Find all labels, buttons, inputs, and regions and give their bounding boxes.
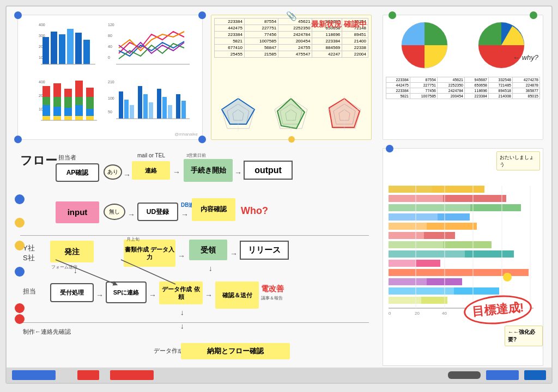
svg-rect-35 [86,88,94,97]
note-top-right: おたいしましょう [496,151,540,170]
svg-rect-97 [389,287,454,295]
jushuu-sticky: 受領 [189,240,227,260]
corner-dot-bl [14,136,22,143]
why-label: ← why? [513,53,538,62]
toolbar-btn-2[interactable] [77,370,99,380]
svg-line-72 [56,260,116,284]
mail-tel-label: mail or TEL [137,152,165,158]
svg-rect-31 [75,81,83,97]
table-row: 5821100758520045422338421400885015 [386,94,540,99]
flow-title: フロー [20,152,57,169]
line-chart-top-right: 120 80 40 0 [108,21,192,70]
toolbar-btn-3[interactable] [110,370,154,380]
arrow-9: → [149,291,156,299]
svg-rect-32 [75,97,83,105]
svg-text:0: 0 [108,56,110,59]
corner-dot-br [198,136,206,143]
svg-rect-36 [86,97,94,109]
scrollbar-thumb[interactable] [448,371,481,379]
arrow-3: → [234,168,242,177]
toolbar-btn-1[interactable] [12,370,56,380]
denkaizen-label: 電改善 [261,284,284,294]
svg-rect-5 [51,32,57,64]
hbar-dot-tl [386,145,393,152]
svg-text:120: 120 [108,23,114,27]
svg-rect-45 [130,105,134,119]
svg-rect-48 [149,102,153,119]
svg-rect-28 [64,97,72,108]
svg-rect-49 [157,89,161,119]
pie-dot-tl [389,11,396,19]
s-sha-label: S社 [23,253,35,263]
svg-text:50: 50 [108,110,112,114]
svg-rect-25 [53,107,61,116]
svg-text:210: 210 [108,80,114,84]
pie-chart-2 [471,18,531,72]
svg-rect-34 [75,116,83,120]
svg-text:20: 20 [415,311,420,316]
svg-rect-29 [64,108,72,116]
svg-rect-50 [162,97,167,119]
tantou-label: 担当 [23,287,36,296]
arrow-10: → [205,291,213,299]
svg-rect-26 [53,116,61,120]
hbar-panel: 目標達成! おたいしましょう [383,148,543,366]
svg-rect-22 [43,116,50,120]
svg-rect-89 [389,250,465,258]
arrow-8: → [96,291,104,299]
svg-text:40: 40 [442,311,447,316]
side-dot-6 [15,314,25,324]
svg-rect-52 [176,94,180,119]
svg-rect-79 [389,204,470,211]
radar-chart-1 [216,96,260,137]
svg-text:40: 40 [108,45,112,48]
svg-rect-75 [389,186,432,193]
svg-text:100: 100 [108,96,114,100]
svg-rect-44 [124,100,129,119]
paperclip-icon: 📎 [286,11,297,21]
table-row: 22338477456242478411869689451 [215,32,368,38]
grouped-bar-chart: 210 100 50 [108,78,192,127]
side-dot-4 [15,267,25,277]
charts-panel: 400 300 200 100 120 80 40 0 [17,15,203,140]
whiteboard: 400 300 200 100 120 80 40 0 [5,5,553,384]
side-dot-3 [15,241,25,250]
svg-rect-20 [43,97,50,105]
toolbar-btn-4[interactable] [486,370,519,380]
center-panel: 📎 最新状況 確認中 223384875544562194568733254 4… [211,15,372,140]
kakunin-sticky: 確認＆送付 [215,281,259,309]
bar-chart-top-left: 400 300 200 100 [23,21,100,70]
arrow-down-4: → [178,323,187,330]
toolbar-btn-5[interactable] [524,370,546,380]
diagonal-arrows [50,257,186,290]
svg-rect-95 [389,278,427,285]
table-row: 223384774562424784118696894518365877 [386,88,540,94]
radar-charts-row [211,96,371,137]
chart-watermark: @mhanaike [174,132,198,137]
svg-rect-30 [64,116,72,120]
svg-point-93 [503,273,512,281]
table-row: 5821100758520045422338421400 [215,38,368,45]
output-box: output [244,161,293,180]
table-row: 22338487554456219456873325484274278 [386,77,540,83]
table-row: 677410568472475588456922338 [215,45,368,51]
arrow-down-3: → [178,309,187,317]
arrow-2: → [173,168,180,176]
arrow-down-2: → [207,265,215,273]
toolbar [7,367,551,383]
renraku-sticky: 連絡 [132,161,170,180]
release-box: リリース [240,241,289,260]
input-sticky: input [56,201,99,223]
svg-text:400: 400 [39,23,45,27]
svg-rect-27 [64,89,72,97]
svg-rect-37 [86,109,94,116]
ari-note: あり [104,164,122,180]
ap-confirm-box: AP確認 [56,163,99,182]
svg-rect-33 [75,105,83,116]
pie-panel: ← why? 223384875544562194568733254842742… [383,15,543,140]
svg-rect-91 [389,260,416,267]
tetsuzuki-sticky: 手続き開始 [184,159,233,182]
arrow-4: → [128,210,135,219]
side-dot-1 [15,194,25,204]
tantousha-label: 担当者 [58,154,76,162]
